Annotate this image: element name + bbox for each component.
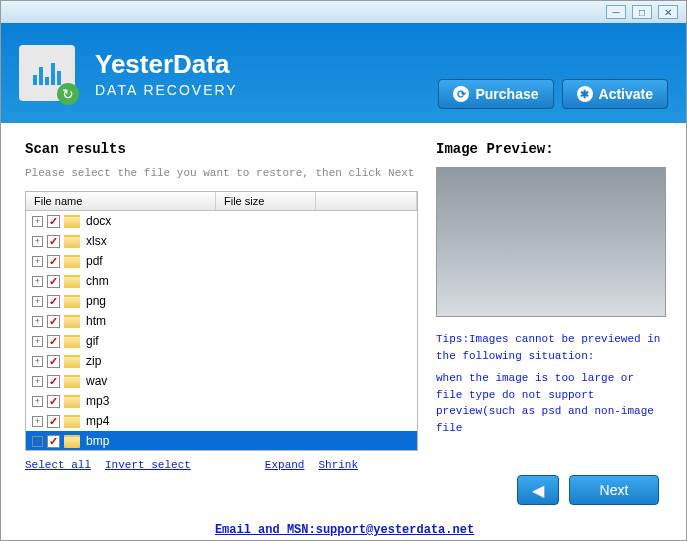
refresh-icon: ↻ [57,83,79,105]
shrink-link[interactable]: Shrink [318,459,358,471]
svg-rect-4 [57,71,61,85]
tree-expand-icon[interactable]: + [32,216,43,227]
maximize-button[interactable]: □ [632,5,652,19]
row-checkbox[interactable] [47,235,60,248]
preview-tips: Tips:Images cannot be previewed in the f… [436,331,666,442]
svg-rect-2 [45,77,49,85]
row-label: zip [86,354,101,368]
next-button[interactable]: Next [569,475,659,505]
row-checkbox[interactable] [47,295,60,308]
activate-label: Activate [599,86,653,102]
folder-icon [64,415,80,428]
tree-expand-icon[interactable]: + [32,316,43,327]
row-label: xlsx [86,234,107,248]
table-row[interactable]: +gif [26,331,417,351]
invert-select-link[interactable]: Invert select [105,459,191,471]
svg-rect-0 [33,75,37,85]
folder-icon [64,215,80,228]
row-checkbox[interactable] [47,415,60,428]
scan-title: Scan results [25,141,418,157]
activate-button[interactable]: ✱ Activate [562,79,668,109]
tree-expand-icon[interactable]: + [32,416,43,427]
tree-expand-icon[interactable]: + [32,436,43,447]
tree-expand-icon[interactable]: + [32,376,43,387]
minimize-button[interactable]: ─ [606,5,626,19]
select-all-link[interactable]: Select all [25,459,91,471]
tree-expand-icon[interactable]: + [32,276,43,287]
row-label: gif [86,334,99,348]
table-actions: Select all Invert select Expand Shrink [25,459,418,471]
row-label: wav [86,374,107,388]
row-checkbox[interactable] [47,395,60,408]
scan-instruction: Please select the file you want to resto… [25,167,418,179]
scan-results-panel: Scan results Please select the file you … [25,141,418,493]
folder-icon [64,375,80,388]
table-row[interactable]: +png [26,291,417,311]
tips-body: when the image is too large or file type… [436,370,666,436]
row-checkbox[interactable] [47,315,60,328]
row-checkbox[interactable] [47,435,60,448]
row-checkbox[interactable] [47,255,60,268]
col-filesize[interactable]: File size [216,192,316,210]
tree-expand-icon[interactable]: + [32,396,43,407]
col-spacer [316,192,417,210]
folder-icon [64,235,80,248]
expand-link[interactable]: Expand [265,459,305,471]
titlebar: ─ □ ✕ [1,1,686,23]
close-button[interactable]: ✕ [658,5,678,19]
table-row[interactable]: +xlsx [26,231,417,251]
table-row[interactable]: +wav [26,371,417,391]
table-row[interactable]: +bmp [26,431,417,450]
svg-rect-1 [39,67,43,85]
app-logo: ↻ [19,45,75,101]
row-label: bmp [86,434,189,448]
purchase-label: Purchase [475,86,538,102]
folder-icon [64,435,80,448]
folder-icon [64,395,80,408]
file-table: File name File size +docx+xlsx+pdf+chm+p… [25,191,418,451]
table-row[interactable]: +mp3 [26,391,417,411]
arrow-left-icon: ◀ [532,481,544,500]
tree-expand-icon[interactable]: + [32,256,43,267]
folder-icon [64,335,80,348]
tree-expand-icon[interactable]: + [32,356,43,367]
purchase-button[interactable]: ⟳ Purchase [438,79,553,109]
folder-icon [64,355,80,368]
table-row[interactable]: +htm [26,311,417,331]
row-checkbox[interactable] [47,275,60,288]
preview-title: Image Preview: [436,141,666,157]
back-button[interactable]: ◀ [517,475,559,505]
table-row[interactable]: +chm [26,271,417,291]
table-row[interactable]: +pdf [26,251,417,271]
row-label: mp4 [86,414,109,428]
app-subtitle: DATA RECOVERY [95,82,238,98]
row-checkbox[interactable] [47,215,60,228]
folder-icon [64,295,80,308]
row-label: htm [86,314,106,328]
app-title: YesterData [95,49,238,80]
row-checkbox[interactable] [47,335,60,348]
next-label: Next [600,482,629,498]
cart-icon: ⟳ [453,86,469,102]
tree-expand-icon[interactable]: + [32,236,43,247]
row-label: png [86,294,106,308]
footer-support-link[interactable]: Email and MSN:support@yesterdata.net [1,523,687,537]
tree-expand-icon[interactable]: + [32,296,43,307]
row-label: mp3 [86,394,109,408]
tips-label: Tips:Images cannot be previewed in the f… [436,331,666,364]
col-filename[interactable]: File name [26,192,216,210]
table-row[interactable]: +docx [26,211,417,231]
preview-image-area [436,167,666,317]
table-body[interactable]: +docx+xlsx+pdf+chm+png+htm+gif+zip+wav+m… [26,211,417,450]
row-checkbox[interactable] [47,375,60,388]
app-header: ↻ YesterData DATA RECOVERY ⟳ Purchase ✱ … [1,23,686,123]
table-row[interactable]: +mp4 [26,411,417,431]
row-checkbox[interactable] [47,355,60,368]
table-header: File name File size [26,192,417,211]
tree-expand-icon[interactable]: + [32,336,43,347]
folder-icon [64,315,80,328]
key-icon: ✱ [577,86,593,102]
table-row[interactable]: +zip [26,351,417,371]
row-label: docx [86,214,111,228]
svg-rect-3 [51,63,55,85]
